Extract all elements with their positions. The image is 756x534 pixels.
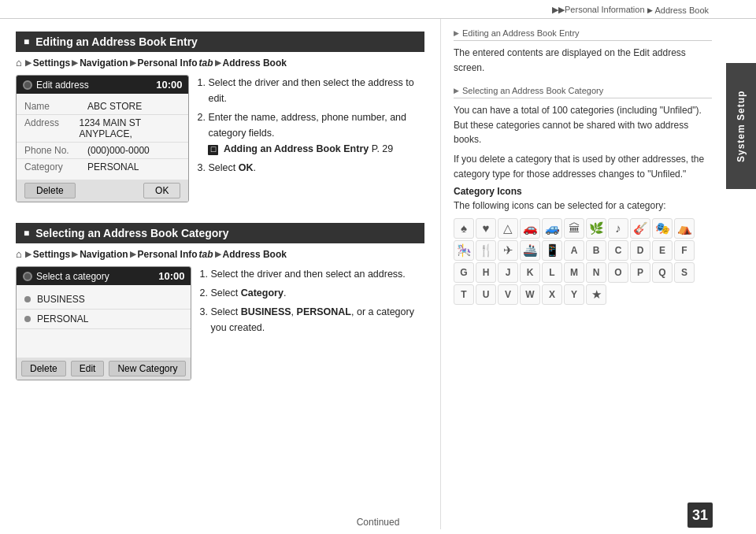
icon-w: W xyxy=(520,284,540,305)
right-title2: Selecting an Address Book Category xyxy=(462,86,603,95)
delete-button[interactable]: Delete xyxy=(24,183,76,198)
icon-spade: ♠ xyxy=(454,218,474,239)
icon-j: J xyxy=(498,262,518,283)
section1-title: Editing an Address Book Entry xyxy=(35,35,198,48)
nav-address-book: Address Book xyxy=(223,57,287,69)
instructions-list1: Select the driver and then select the ad… xyxy=(208,75,424,176)
cat-delete-button[interactable]: Delete xyxy=(21,361,66,376)
section1-content: Edit address 10:00 Name ABC STORE Addres… xyxy=(16,75,424,210)
icon-f: F xyxy=(674,240,695,261)
personal-label: PERSONAL xyxy=(37,313,88,324)
icon-fork: 🍴 xyxy=(476,240,496,261)
section1-header: Editing an Address Book Entry xyxy=(16,32,424,52)
screen2-footer: Delete Edit New Category xyxy=(17,358,191,380)
instruction2-3: Select BUSINESS, PERSONAL, or a category… xyxy=(210,304,424,336)
instruction1-2: Enter the name, address, phone number, a… xyxy=(208,109,424,157)
instruction1-1: Select the driver and then select the ad… xyxy=(208,75,424,106)
breadcrumb-part2: Address Book xyxy=(655,6,709,15)
cat-edit-button[interactable]: Edit xyxy=(71,361,105,376)
instruction2-2: Select Category. xyxy=(210,285,424,301)
right-para2: If you delete a category that is used by… xyxy=(454,152,712,181)
nav2-tab: tab xyxy=(199,249,213,260)
page-header: ▶▶Personal Information ▶ Address Book xyxy=(0,0,756,19)
screen1-icon xyxy=(23,80,32,90)
category-business[interactable]: BUSINESS xyxy=(17,290,191,310)
nav-personal-info: Personal Info xyxy=(138,57,198,69)
nav2-arrow4: ▶ xyxy=(215,250,221,258)
nav-arrow2: ▶ xyxy=(72,58,78,67)
address-label: Address xyxy=(24,117,79,139)
category-label: Category xyxy=(24,161,87,172)
section2-header: Selecting an Address Book Category xyxy=(16,223,424,243)
nav-arrow3: ▶ xyxy=(130,58,136,67)
page-number: 31 xyxy=(687,502,713,528)
icon-star: ★ xyxy=(586,284,606,305)
icon-x: X xyxy=(542,284,562,305)
icon-u: U xyxy=(476,284,496,305)
icon-c: C xyxy=(608,240,628,261)
ref-icon: ☐ xyxy=(208,145,218,155)
screen1-footer: Delete OK xyxy=(17,180,188,202)
icon-b: B xyxy=(586,240,606,261)
category-icons-text: The following icons can be selected for … xyxy=(454,198,712,213)
select-category-screen: Select a category 10:00 BUSINESS PERSONA… xyxy=(16,266,191,380)
category-personal[interactable]: PERSONAL xyxy=(17,310,191,329)
cat-new-button[interactable]: New Category xyxy=(109,361,186,376)
breadcrumb: ▶▶Personal Information ▶ Address Book xyxy=(552,5,709,15)
screen1-title: Edit address xyxy=(36,80,89,91)
icon-music: ♪ xyxy=(608,218,628,239)
right-header2: Selecting an Address Book Category xyxy=(454,86,712,98)
screen2-icon xyxy=(23,272,32,281)
right-text1: The entered contents are displayed on th… xyxy=(454,46,712,75)
icon-p: P xyxy=(630,262,650,283)
screen1-titlebar: Edit address 10:00 xyxy=(17,76,188,94)
nav-tab: tab xyxy=(199,57,213,69)
home-icon2: ⌂ xyxy=(16,248,22,260)
category-icons-label: Category Icons xyxy=(454,186,712,197)
icon-q: Q xyxy=(652,262,673,283)
right-para1: You can have a total of 100 categories (… xyxy=(454,103,712,147)
icon-phone: 📱 xyxy=(542,240,562,261)
icon-e: E xyxy=(652,240,673,261)
section2-nav: ⌂ ▶ Settings ▶ Navigation ▶ Personal Inf… xyxy=(16,248,424,260)
nav-arrow: ▶ xyxy=(25,58,32,67)
icon-t: T xyxy=(454,284,474,305)
right-title1: Editing an Address Book Entry xyxy=(462,28,580,38)
screen1-content: Name ABC STORE Address 1234 MAIN ST ANYP… xyxy=(17,94,188,180)
icon-v: V xyxy=(498,284,518,305)
screen2-title: Select a category xyxy=(36,271,109,282)
nav-arrow4: ▶ xyxy=(215,58,221,67)
category-value: PERSONAL xyxy=(87,161,139,172)
category-icons-grid: ♠ ♥ △ 🚗 🚙 🏛 🌿 ♪ 🎸 🎭 ⛺ 🎠 🍴 ✈ 🚢 📱 A B xyxy=(454,218,712,305)
nav2-arrow3: ▶ xyxy=(130,250,136,258)
section2-content: Select a category 10:00 BUSINESS PERSONA… xyxy=(16,266,424,388)
icon-triangle: △ xyxy=(498,218,518,239)
address-value: 1234 MAIN ST ANYPLACE, xyxy=(79,117,180,139)
icon-heart: ♥ xyxy=(476,218,496,239)
system-setup-tab: System Setup xyxy=(726,63,756,189)
phone-value: (000)000-0000 xyxy=(87,145,150,156)
breadcrumb-arrow: ▶ xyxy=(647,6,653,14)
nav2-address-book: Address Book xyxy=(223,249,287,260)
row-phone: Phone No. (000)000-0000 xyxy=(17,143,188,159)
nav2-personal-info: Personal Info xyxy=(138,249,198,260)
icon-y: Y xyxy=(564,284,584,305)
icon-car2: 🚙 xyxy=(542,218,562,239)
icon-carousel: 🎠 xyxy=(454,240,474,261)
business-dot xyxy=(24,296,31,302)
icon-k: K xyxy=(520,262,540,283)
instruction2-1: Select the driver and then select an add… xyxy=(210,266,424,282)
icon-d: D xyxy=(630,240,650,261)
right-section1: Editing an Address Book Entry The entere… xyxy=(454,28,712,75)
right-header1: Editing an Address Book Entry xyxy=(454,28,712,41)
continued-label: Continued xyxy=(357,517,400,528)
row-category: Category PERSONAL xyxy=(17,159,188,175)
personal-dot xyxy=(24,316,31,322)
icon-m: M xyxy=(564,262,584,283)
ok-button[interactable]: OK xyxy=(143,183,180,198)
name-value: ABC STORE xyxy=(87,101,142,112)
screen2-content: BUSINESS PERSONAL xyxy=(17,285,191,358)
icon-l: L xyxy=(542,262,562,283)
right-section2: Selecting an Address Book Category You c… xyxy=(454,86,712,305)
left-column: Editing an Address Book Entry ⌂ ▶ Settin… xyxy=(0,19,441,529)
